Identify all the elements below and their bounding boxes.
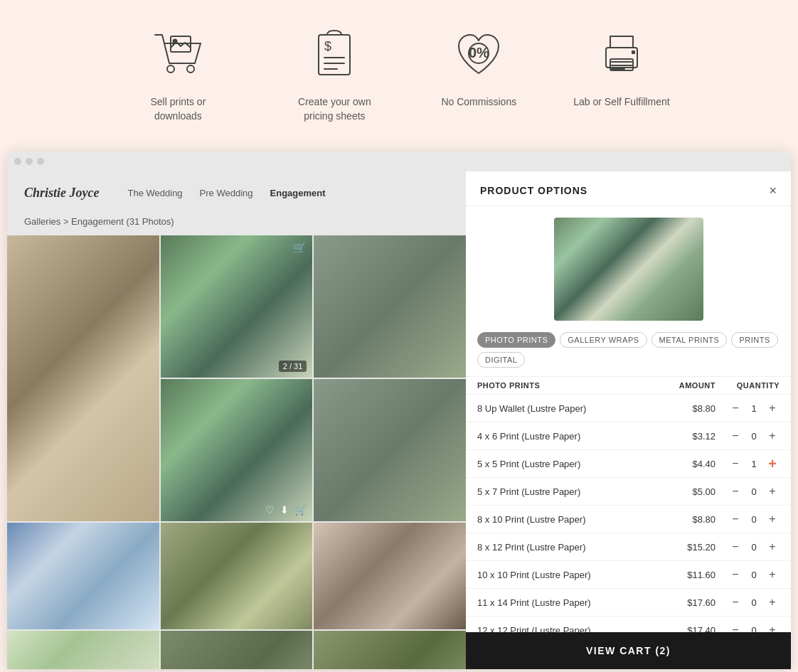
product-header: PRODUCT OPTIONS × — [466, 171, 791, 206]
gallery-brand: Christie Joyce — [24, 186, 100, 201]
product-rows: 8 Up Wallet (Lustre Paper) $8.80 − 1 + 4… — [466, 395, 791, 632]
quantity-control-3: − 0 + — [715, 484, 780, 498]
quantity-control-7: − 0 + — [715, 595, 780, 609]
product-amount-6: $11.60 — [651, 570, 715, 580]
photo-7[interactable] — [7, 631, 159, 669]
cart-icon-2[interactable]: 🛒 — [294, 504, 307, 516]
sell-prints-label: Sell prints or downloads — [128, 95, 228, 123]
photo-2[interactable]: 🛒 2 / 31 — [161, 235, 313, 378]
table-row: 10 x 10 Print (Lustre Paper) $11.60 − 0 … — [466, 561, 791, 589]
heart-icon[interactable]: ♡ — [265, 504, 275, 516]
product-name-7: 11 x 14 Print (Lustre Paper) — [477, 597, 651, 608]
product-name-5: 8 x 12 Print (Lustre Paper) — [477, 542, 651, 553]
photo-1[interactable] — [7, 235, 159, 521]
feature-no-commissions: 0% No Commissions — [441, 21, 516, 110]
qty-value-7: 0 — [748, 597, 760, 608]
product-amount-3: $5.00 — [651, 486, 715, 497]
product-panel: PRODUCT OPTIONS × PHOTO PRINTS GALLERY W… — [466, 171, 791, 669]
product-name-8: 12 x 12 Print (Lustre Paper) — [477, 625, 651, 633]
qty-minus-5[interactable]: − — [728, 540, 743, 554]
cart-icon — [146, 21, 210, 85]
qty-plus-5[interactable]: + — [765, 540, 780, 554]
product-amount-8: $17.40 — [651, 625, 715, 633]
tab-digital[interactable]: DIGITAL — [477, 352, 525, 368]
quantity-control-5: − 0 + — [715, 540, 780, 554]
download-icon[interactable]: ⬇ — [280, 504, 289, 516]
quantity-control-4: − 0 + — [715, 512, 780, 526]
svg-rect-16 — [632, 50, 635, 54]
photo-2b[interactable]: ♡ ⬇ 🛒 — [161, 379, 313, 521]
nav-link-engagement[interactable]: Engagement — [270, 188, 326, 198]
qty-plus-8[interactable]: + — [765, 623, 780, 632]
product-name-6: 10 x 10 Print (Lustre Paper) — [477, 570, 651, 580]
qty-plus-4[interactable]: + — [765, 512, 780, 526]
product-name-1: 4 x 6 Print (Lustre Paper) — [477, 431, 651, 442]
col-amount: AMOUNT — [651, 381, 715, 390]
view-cart-button[interactable]: VIEW CART (2) — [466, 632, 791, 669]
product-title: PRODUCT OPTIONS — [480, 185, 587, 196]
quantity-control-6: − 0 + — [715, 567, 780, 582]
photo-8[interactable] — [161, 631, 313, 669]
quantity-control-8: − 0 + — [715, 623, 780, 632]
browser-dot-2 — [26, 158, 33, 165]
table-row: 8 x 12 Print (Lustre Paper) $15.20 − 0 + — [466, 533, 791, 561]
qty-plus-2[interactable]: + — [765, 457, 780, 471]
qty-minus-2[interactable]: − — [728, 457, 743, 471]
nav-link-prewedding[interactable]: Pre Wedding — [200, 188, 253, 198]
table-row: 5 x 5 Print (Lustre Paper) $4.40 − 1 + — [466, 450, 791, 478]
col-quantity: QUANTITY — [715, 381, 780, 390]
qty-plus-0[interactable]: + — [765, 401, 780, 415]
qty-minus-6[interactable]: − — [728, 567, 743, 582]
qty-value-3: 0 — [748, 486, 760, 497]
photo-5[interactable] — [161, 523, 313, 629]
feature-bar: Sell prints or downloads $ Create your o… — [0, 0, 798, 151]
qty-plus-6[interactable]: + — [765, 567, 780, 582]
qty-minus-4[interactable]: − — [728, 512, 743, 526]
qty-minus-0[interactable]: − — [728, 401, 743, 415]
tab-photo-prints[interactable]: PHOTO PRINTS — [477, 332, 555, 348]
qty-plus-7[interactable]: + — [765, 595, 780, 609]
photo-6[interactable] — [314, 523, 466, 629]
breadcrumb: Galleries > Engagement (31 Photos) — [7, 208, 466, 235]
feature-fulfillment: Lab or Self Fulfillment — [573, 21, 669, 110]
product-amount-0: $8.80 — [651, 403, 715, 414]
photo-3b[interactable] — [314, 379, 466, 521]
photo-grid: 🛒 2 / 31 ♡ ⬇ 🛒 — [7, 235, 466, 669]
product-name-2: 5 x 5 Print (Lustre Paper) — [477, 459, 651, 469]
quantity-control-2: − 1 + — [715, 457, 780, 471]
tab-gallery-wraps[interactable]: GALLERY WRAPS — [560, 332, 647, 348]
product-amount-5: $15.20 — [651, 542, 715, 553]
feature-pricing-sheets: $ Create your own pricing sheets — [284, 21, 384, 123]
svg-point-0 — [167, 65, 174, 73]
close-button[interactable]: × — [769, 184, 777, 197]
photo-badge: 2 / 31 — [279, 361, 307, 372]
gallery-nav: Christie Joyce The Wedding Pre Wedding E… — [7, 171, 466, 208]
qty-minus-1[interactable]: − — [728, 429, 743, 443]
product-image-inner — [554, 218, 703, 321]
tab-prints[interactable]: PRINTS — [731, 332, 777, 348]
photo-3[interactable] — [314, 235, 466, 378]
product-image — [554, 218, 703, 321]
qty-minus-7[interactable]: − — [728, 595, 743, 609]
qty-minus-8[interactable]: − — [728, 623, 743, 632]
qty-minus-3[interactable]: − — [728, 484, 743, 498]
fulfillment-label: Lab or Self Fulfillment — [573, 95, 669, 110]
tab-metal-prints[interactable]: METAL PRINTS — [651, 332, 728, 348]
product-amount-1: $3.12 — [651, 431, 715, 442]
no-commissions-label: No Commissions — [441, 95, 516, 110]
photo-4[interactable] — [7, 523, 159, 629]
nav-links: The Wedding Pre Wedding Engagement — [128, 188, 326, 198]
qty-value-0: 1 — [748, 403, 760, 414]
product-name-0: 8 Up Wallet (Lustre Paper) — [477, 403, 651, 414]
qty-plus-1[interactable]: + — [765, 429, 780, 443]
main-content: Christie Joyce The Wedding Pre Wedding E… — [7, 171, 791, 669]
nav-link-wedding[interactable]: The Wedding — [128, 188, 183, 198]
table-row: 4 x 6 Print (Lustre Paper) $3.12 − 0 + — [466, 422, 791, 450]
qty-plus-3[interactable]: + — [765, 484, 780, 498]
photo-9[interactable] — [314, 631, 466, 669]
browser-window: Christie Joyce The Wedding Pre Wedding E… — [7, 151, 791, 669]
svg-text:$: $ — [324, 39, 331, 53]
photo-2b-overlay: ♡ ⬇ 🛒 — [265, 504, 307, 516]
product-amount-2: $4.40 — [651, 459, 715, 469]
printer-icon — [590, 21, 654, 85]
